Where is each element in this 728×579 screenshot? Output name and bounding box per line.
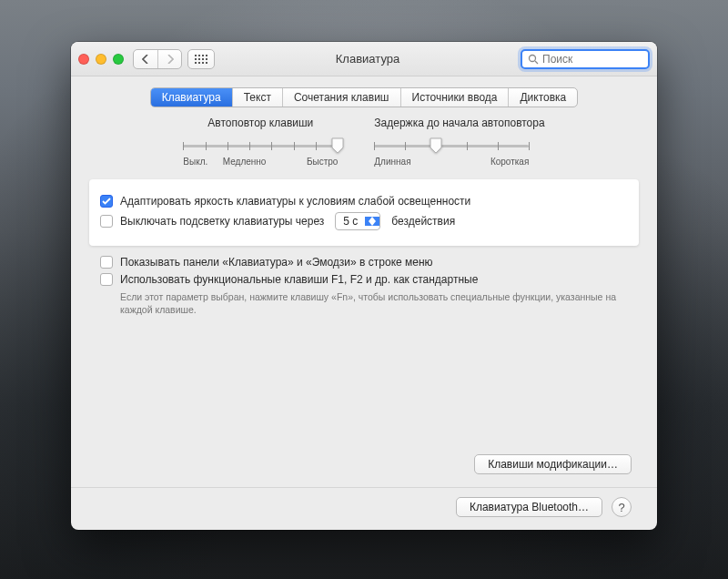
bluetooth-keyboard-button[interactable]: Клавиатура Bluetooth… <box>456 497 602 517</box>
key-repeat-knob[interactable] <box>331 137 344 154</box>
svg-rect-6 <box>202 58 204 60</box>
help-button[interactable]: ? <box>612 497 632 517</box>
delay-slider[interactable] <box>374 138 529 153</box>
backlight-off-row[interactable]: Выключать подсветку клавиатуры через 5 с… <box>100 212 628 230</box>
adjust-brightness-row[interactable]: Адаптировать яркость клавиатуры к услови… <box>100 195 628 208</box>
select-stepper-icon[interactable] <box>365 217 379 226</box>
backlight-options-highlight: Адаптировать яркость клавиатуры к услови… <box>89 179 639 246</box>
svg-rect-1 <box>198 55 200 56</box>
search-field[interactable] <box>521 49 650 69</box>
fn-standard-label: Использовать функциональные клавиши F1, … <box>120 273 478 286</box>
tab-dictation[interactable]: Диктовка <box>508 88 577 107</box>
fn-standard-row[interactable]: Использовать функциональные клавиши F1, … <box>100 273 628 286</box>
window-controls <box>78 54 124 65</box>
delay-slider-group: Задержка до начала автоповтора Длинная К… <box>374 117 544 167</box>
svg-rect-2 <box>202 55 204 56</box>
delay-title: Задержка до начала автоповтора <box>374 117 544 129</box>
content-area: Автоповтор клавиши Выкл. Медленно Быстро… <box>71 117 657 530</box>
search-icon <box>528 54 539 65</box>
delay-label-short: Короткая <box>490 157 529 167</box>
backlight-off-label-before: Выключать подсветку клавиатуры через <box>120 215 324 228</box>
svg-rect-7 <box>206 58 207 60</box>
show-all-button[interactable] <box>187 49 215 69</box>
nav-back-forward <box>133 49 182 69</box>
backlight-timeout-select[interactable]: 5 с <box>335 212 380 230</box>
close-window-button[interactable] <box>78 54 89 65</box>
window-title: Клавиатура <box>215 52 521 66</box>
key-repeat-slider[interactable] <box>183 138 338 153</box>
modifier-keys-button[interactable]: Клавиши модификации… <box>474 454 632 474</box>
key-repeat-slider-group: Автоповтор клавиши Выкл. Медленно Быстро <box>183 117 338 167</box>
fullscreen-window-button[interactable] <box>113 54 124 65</box>
tab-text[interactable]: Текст <box>232 88 282 107</box>
adjust-brightness-label: Адаптировать яркость клавиатуры к услови… <box>120 195 470 208</box>
backlight-off-checkbox[interactable] <box>100 215 113 228</box>
show-viewers-row[interactable]: Показывать панели «Клавиатура» и «Эмодзи… <box>100 256 628 269</box>
delay-label-long: Длинная <box>374 157 410 167</box>
fn-standard-hint: Если этот параметр выбран, нажмите клави… <box>120 290 628 316</box>
key-repeat-title: Автоповтор клавиши <box>183 117 338 129</box>
repeat-label-slow: Медленно <box>223 157 267 167</box>
svg-rect-4 <box>195 58 197 60</box>
svg-rect-10 <box>202 62 204 64</box>
svg-rect-9 <box>198 62 200 64</box>
svg-rect-3 <box>206 55 207 56</box>
repeat-label-fast: Быстро <box>307 157 338 167</box>
tab-bar: Клавиатура Текст Сочетания клавиш Источн… <box>71 87 657 107</box>
svg-rect-8 <box>195 62 197 64</box>
forward-button[interactable] <box>157 50 181 68</box>
tab-keyboard[interactable]: Клавиатура <box>151 88 232 107</box>
svg-rect-5 <box>198 58 200 60</box>
tab-shortcuts[interactable]: Сочетания клавиш <box>282 88 400 107</box>
tab-input-sources[interactable]: Источники ввода <box>400 88 509 107</box>
back-button[interactable] <box>134 50 157 68</box>
search-input[interactable] <box>542 53 642 66</box>
preferences-window: Клавиатура Клавиатура Текст Сочетания кл… <box>71 42 657 530</box>
svg-line-13 <box>535 61 538 64</box>
fn-standard-checkbox[interactable] <box>100 273 113 286</box>
svg-point-12 <box>530 55 536 61</box>
svg-rect-0 <box>195 55 197 56</box>
minimize-window-button[interactable] <box>96 54 106 65</box>
delay-knob[interactable] <box>430 137 442 154</box>
repeat-label-off: Выкл. <box>183 157 207 167</box>
titlebar: Клавиатура <box>71 42 657 76</box>
show-viewers-label: Показывать панели «Клавиатура» и «Эмодзи… <box>120 256 433 269</box>
backlight-timeout-value: 5 с <box>336 215 365 228</box>
backlight-off-label-after: бездействия <box>391 215 455 228</box>
adjust-brightness-checkbox[interactable] <box>100 195 113 208</box>
svg-rect-11 <box>206 62 207 64</box>
show-viewers-checkbox[interactable] <box>100 256 113 269</box>
divider <box>71 487 657 488</box>
